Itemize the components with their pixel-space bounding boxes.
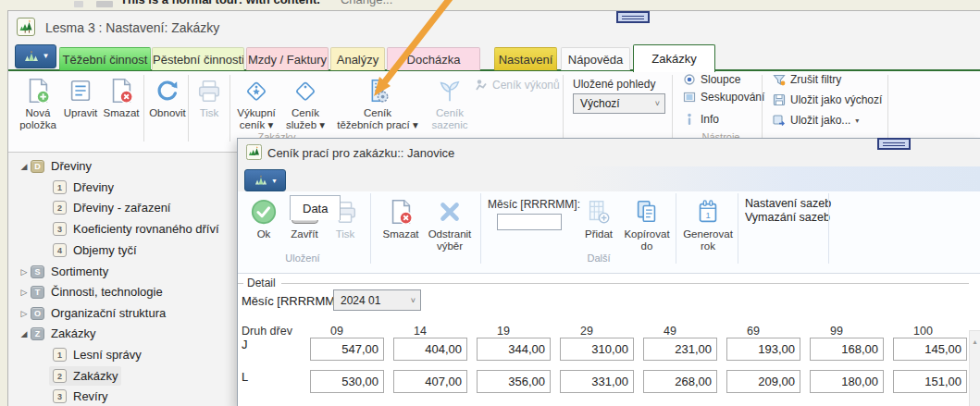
save-as-default-button[interactable]: Uložit jako výchozí bbox=[773, 93, 882, 106]
month-input[interactable] bbox=[497, 214, 562, 230]
tree-item[interactable]: 2Dřeviny - zařazení bbox=[49, 198, 174, 217]
floppy-icon bbox=[773, 93, 786, 106]
rate-cell[interactable]: 310,00 bbox=[560, 338, 634, 361]
add-button[interactable]: Přidat bbox=[578, 195, 619, 240]
price-tag-star-icon bbox=[231, 74, 281, 107]
generate-year-button[interactable]: 1 Generovat rok bbox=[681, 195, 735, 252]
tree-item[interactable]: 3Koeficienty rovnaného dříví bbox=[49, 219, 223, 239]
tree-item-label: Dřeviny bbox=[51, 159, 92, 173]
ribbon-tab-3[interactable]: Mzdy / Faktury bbox=[246, 47, 329, 70]
rate-cell[interactable]: 209,00 bbox=[726, 370, 800, 393]
print-button[interactable]: Tisk bbox=[191, 74, 228, 119]
copy-to-button[interactable]: Kopírovat do bbox=[621, 195, 673, 252]
save-as-button[interactable]: Uložit jako... ▾ bbox=[773, 114, 859, 127]
tree-item-label: Organizační struktura bbox=[51, 306, 166, 320]
tree-expand-icon[interactable]: ▷ bbox=[18, 309, 31, 318]
columns-button[interactable]: Sloupce bbox=[683, 73, 740, 86]
rate-column-header: 29 bbox=[580, 325, 593, 338]
building-gear-icon bbox=[330, 74, 425, 107]
tab-data[interactable]: Data bbox=[290, 195, 341, 220]
more-group-label: Další bbox=[557, 252, 640, 264]
delete-button[interactable]: Smazat bbox=[101, 74, 142, 119]
dialog-app-menu-button[interactable]: ▼ bbox=[244, 169, 286, 191]
rate-cell[interactable]: 547,00 bbox=[310, 338, 384, 361]
purchase-pricelist-button[interactable]: Výkupní ceník ▾ bbox=[231, 74, 281, 131]
rate-cell[interactable]: 268,00 bbox=[643, 370, 717, 393]
rate-column-header: 49 bbox=[664, 325, 676, 338]
tree-item[interactable]: ◢DDřeviny bbox=[14, 156, 95, 176]
ribbon-tab-6[interactable]: Nastavení bbox=[494, 47, 557, 70]
tree-item-badge: 3 bbox=[53, 222, 67, 236]
ribbon-tab-7[interactable]: Nápověda bbox=[561, 47, 630, 70]
rate-cell[interactable]: 180,00 bbox=[810, 370, 884, 393]
ok-button[interactable]: Ok bbox=[245, 195, 282, 240]
new-item-button[interactable]: Nová položka bbox=[14, 74, 62, 131]
refresh-button[interactable]: Obnovit bbox=[145, 74, 190, 119]
tree-item[interactable]: 3Revíry bbox=[49, 387, 112, 406]
ribbon-tab-2[interactable]: Pěstební činnosti bbox=[152, 47, 244, 70]
clear-filters-button[interactable]: Zrušit filtry bbox=[773, 73, 841, 86]
tree-item[interactable]: ◢ZZakázky bbox=[14, 324, 99, 343]
chevron-down-icon: ▼ bbox=[271, 178, 278, 184]
month-input-label: Měsíc [RRRRMM]: bbox=[488, 198, 580, 211]
remove-selection-button[interactable]: Odstranit výběr bbox=[423, 195, 477, 252]
divider bbox=[143, 75, 144, 141]
rate-cell[interactable]: 344,00 bbox=[477, 338, 551, 361]
ribbon-tab-4[interactable]: Analýzy bbox=[330, 47, 385, 70]
chevron-down-icon: ˅ bbox=[655, 99, 660, 108]
rate-cell[interactable]: 407,00 bbox=[393, 370, 467, 393]
services-pricelist-button[interactable]: Ceník služeb ▾ bbox=[282, 74, 329, 131]
tree-item[interactable]: ▷TČinnosti, technologie bbox=[14, 282, 167, 301]
scroll-up-icon[interactable]: ▴ bbox=[973, 338, 976, 346]
rate-cell[interactable]: 151,00 bbox=[893, 370, 967, 393]
tree-item[interactable]: ▷OOrganizační struktura bbox=[14, 303, 169, 323]
tree-item[interactable]: ▷SSortimenty bbox=[14, 262, 112, 281]
ribbon-tab-8[interactable]: Zakázky bbox=[633, 44, 715, 72]
rate-cell[interactable]: 530,00 bbox=[310, 370, 384, 393]
rate-cell[interactable]: 145,00 bbox=[893, 338, 967, 361]
funnel-icon bbox=[773, 73, 786, 86]
set-rates-button[interactable]: Nastavení sazeb bbox=[745, 197, 831, 210]
rate-cell[interactable]: 168,00 bbox=[810, 338, 884, 361]
tree-item-badge: 1 bbox=[53, 180, 67, 194]
rate-column-header: 100 bbox=[913, 325, 933, 338]
trees-icon bbox=[22, 49, 41, 64]
outputs-pricelist-button[interactable]: Ceník výkonů bbox=[475, 79, 560, 92]
ribbon-tab-1[interactable]: Těžební činnost bbox=[59, 47, 151, 70]
clear-rates-button[interactable]: Vymazání sazeb bbox=[745, 211, 830, 224]
fieldset-border bbox=[281, 283, 969, 284]
svg-text:1: 1 bbox=[705, 211, 710, 220]
blue-x-icon bbox=[423, 195, 477, 228]
rate-cell[interactable]: 356,00 bbox=[477, 370, 551, 393]
info-button[interactable]: Info bbox=[683, 113, 719, 126]
seedlings-pricelist-button[interactable]: Ceník sazenic bbox=[427, 74, 473, 131]
tree-item-badge: 2 bbox=[53, 369, 67, 383]
logging-pricelist-button[interactable]: Ceník těžebních prací ▾ bbox=[330, 74, 425, 131]
tree-item[interactable]: 1Lesní správy bbox=[49, 345, 145, 364]
window-grip bbox=[616, 11, 650, 23]
tree-expand-icon[interactable]: ▷ bbox=[18, 267, 31, 277]
rate-cell[interactable]: 193,00 bbox=[726, 338, 800, 361]
grouping-button[interactable]: Seskupování bbox=[683, 91, 764, 104]
calendar-icon: 1 bbox=[681, 195, 735, 228]
dialog-title: Ceník prací pro zakázku:: Janovice bbox=[267, 146, 454, 160]
rate-cell[interactable]: 404,00 bbox=[393, 338, 467, 361]
tree-item[interactable]: 1Dřeviny bbox=[49, 178, 118, 197]
saved-views-select[interactable]: Výchozí ˅ bbox=[573, 93, 665, 114]
ribbon-tab-5[interactable]: Docházka bbox=[387, 47, 480, 70]
tree-item[interactable]: 2Zakázky bbox=[49, 366, 121, 386]
tree-collapse-icon[interactable]: ◢ bbox=[18, 162, 31, 171]
app-menu-button[interactable]: ▼ bbox=[15, 44, 56, 68]
tree-collapse-icon[interactable]: ◢ bbox=[18, 329, 31, 338]
tree-expand-icon[interactable]: ▷ bbox=[18, 288, 31, 297]
clipped-tour-text: This is a normal tour: with content.Chan… bbox=[120, 0, 392, 6]
rate-cell[interactable]: 231,00 bbox=[643, 338, 717, 361]
tree-item-badge: D bbox=[31, 160, 44, 173]
document-cross-icon bbox=[101, 74, 142, 107]
tree-item[interactable]: 4Objemy tyčí bbox=[49, 240, 141, 260]
detail-month-select[interactable]: 2024 01 ˅ bbox=[333, 289, 421, 311]
vertical-scrollbar[interactable]: ▴ bbox=[969, 330, 980, 406]
rate-cell[interactable]: 331,00 bbox=[560, 370, 634, 393]
dialog-delete-button[interactable]: Smazat bbox=[378, 195, 423, 240]
edit-button[interactable]: Upravit bbox=[60, 74, 101, 119]
